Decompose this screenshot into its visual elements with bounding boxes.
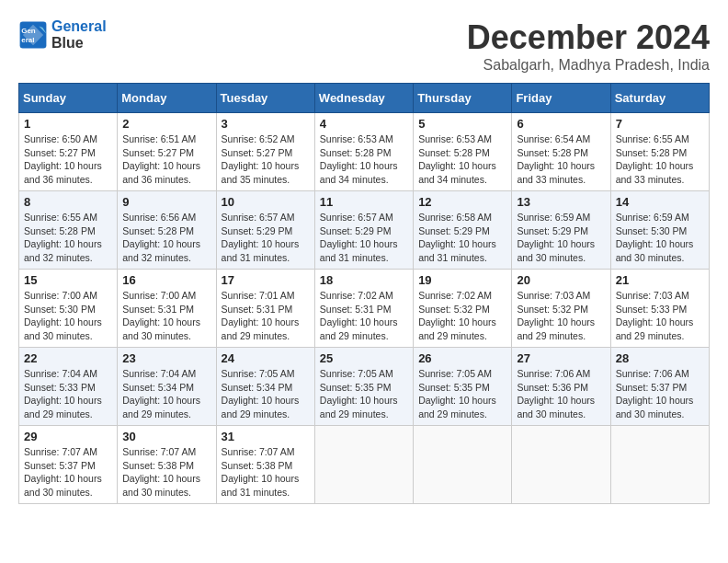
day-info: Sunrise: 7:04 AM Sunset: 5:33 PM Dayligh…	[24, 367, 112, 421]
day-cell: 24 Sunrise: 7:05 AM Sunset: 5:34 PM Dayl…	[216, 348, 314, 426]
day-info: Sunrise: 7:02 AM Sunset: 5:31 PM Dayligh…	[320, 289, 408, 343]
day-number: 13	[517, 195, 605, 209]
day-info: Sunrise: 7:05 AM Sunset: 5:35 PM Dayligh…	[418, 367, 506, 421]
day-number: 20	[517, 273, 605, 287]
header-cell-thursday: Thursday	[414, 84, 512, 113]
calendar-table: SundayMondayTuesdayWednesdayThursdayFrid…	[18, 83, 710, 504]
day-number: 17	[222, 273, 310, 287]
day-info: Sunrise: 7:00 AM Sunset: 5:31 PM Dayligh…	[122, 289, 210, 343]
day-info: Sunrise: 7:02 AM Sunset: 5:32 PM Dayligh…	[418, 289, 506, 343]
day-info: Sunrise: 7:00 AM Sunset: 5:30 PM Dayligh…	[24, 289, 112, 343]
svg-text:Gen: Gen	[21, 27, 36, 35]
day-number: 16	[122, 273, 210, 287]
day-number: 25	[320, 351, 408, 365]
day-number: 22	[24, 351, 112, 365]
day-cell: 19 Sunrise: 7:02 AM Sunset: 5:32 PM Dayl…	[414, 270, 512, 348]
day-number: 27	[517, 351, 605, 365]
header-cell-wednesday: Wednesday	[314, 84, 413, 113]
day-cell: 12 Sunrise: 6:58 AM Sunset: 5:29 PM Dayl…	[414, 191, 512, 270]
day-info: Sunrise: 6:54 AM Sunset: 5:28 PM Dayligh…	[517, 132, 605, 187]
day-number: 2	[122, 117, 210, 131]
day-info: Sunrise: 7:01 AM Sunset: 5:31 PM Dayligh…	[222, 289, 310, 343]
day-info: Sunrise: 7:06 AM Sunset: 5:36 PM Dayligh…	[517, 367, 605, 421]
day-cell: 2 Sunrise: 6:51 AM Sunset: 5:27 PM Dayli…	[118, 113, 216, 191]
header: Gen eral General Blue December 2024 Saba…	[18, 18, 710, 74]
day-number: 6	[517, 117, 605, 131]
day-info: Sunrise: 6:53 AM Sunset: 5:28 PM Dayligh…	[320, 132, 408, 187]
day-info: Sunrise: 6:57 AM Sunset: 5:29 PM Dayligh…	[222, 211, 310, 265]
day-cell: 4 Sunrise: 6:53 AM Sunset: 5:28 PM Dayli…	[314, 113, 413, 191]
day-cell: 10 Sunrise: 6:57 AM Sunset: 5:29 PM Dayl…	[216, 191, 314, 270]
day-number: 12	[418, 195, 506, 209]
day-info: Sunrise: 6:55 AM Sunset: 5:28 PM Dayligh…	[24, 211, 112, 265]
week-row-5: 29 Sunrise: 7:07 AM Sunset: 5:37 PM Dayl…	[19, 426, 710, 504]
header-cell-friday: Friday	[512, 84, 610, 113]
day-number: 26	[418, 351, 506, 365]
day-cell: 8 Sunrise: 6:55 AM Sunset: 5:28 PM Dayli…	[19, 191, 118, 270]
day-info: Sunrise: 7:03 AM Sunset: 5:32 PM Dayligh…	[517, 289, 605, 343]
day-number: 18	[320, 273, 408, 287]
location-title: Sabalgarh, Madhya Pradesh, India	[467, 57, 710, 74]
day-number: 30	[122, 430, 210, 443]
title-section: December 2024 Sabalgarh, Madhya Pradesh,…	[467, 18, 710, 74]
day-cell: 20 Sunrise: 7:03 AM Sunset: 5:32 PM Dayl…	[512, 270, 610, 348]
day-info: Sunrise: 6:57 AM Sunset: 5:29 PM Dayligh…	[320, 211, 408, 265]
day-number: 15	[24, 273, 112, 287]
svg-text:eral: eral	[21, 36, 34, 44]
day-info: Sunrise: 6:53 AM Sunset: 5:28 PM Dayligh…	[418, 132, 506, 187]
day-number: 3	[222, 117, 310, 131]
day-cell: 15 Sunrise: 7:00 AM Sunset: 5:30 PM Dayl…	[19, 270, 118, 348]
day-cell: 28 Sunrise: 7:06 AM Sunset: 5:37 PM Dayl…	[610, 348, 709, 426]
day-info: Sunrise: 7:07 AM Sunset: 5:37 PM Dayligh…	[24, 445, 112, 500]
day-info: Sunrise: 7:04 AM Sunset: 5:34 PM Dayligh…	[122, 367, 210, 421]
logo-icon: Gen eral	[18, 20, 48, 50]
day-info: Sunrise: 6:59 AM Sunset: 5:29 PM Dayligh…	[517, 211, 605, 265]
day-number: 23	[122, 351, 210, 365]
day-cell: 1 Sunrise: 6:50 AM Sunset: 5:27 PM Dayli…	[19, 113, 118, 191]
header-row: SundayMondayTuesdayWednesdayThursdayFrid…	[19, 84, 710, 113]
day-info: Sunrise: 6:58 AM Sunset: 5:29 PM Dayligh…	[418, 211, 506, 265]
day-number: 11	[320, 195, 408, 209]
day-number: 1	[24, 117, 112, 131]
day-info: Sunrise: 6:55 AM Sunset: 5:28 PM Dayligh…	[616, 132, 704, 187]
day-number: 29	[24, 430, 112, 443]
day-cell: 31 Sunrise: 7:07 AM Sunset: 5:38 PM Dayl…	[216, 426, 314, 504]
day-cell	[610, 426, 709, 504]
header-cell-tuesday: Tuesday	[216, 84, 314, 113]
day-cell	[512, 426, 610, 504]
day-cell: 5 Sunrise: 6:53 AM Sunset: 5:28 PM Dayli…	[414, 113, 512, 191]
day-info: Sunrise: 7:03 AM Sunset: 5:33 PM Dayligh…	[616, 289, 704, 343]
day-info: Sunrise: 7:07 AM Sunset: 5:38 PM Dayligh…	[122, 445, 210, 500]
day-info: Sunrise: 6:56 AM Sunset: 5:28 PM Dayligh…	[122, 211, 210, 265]
day-number: 24	[222, 351, 310, 365]
day-cell: 3 Sunrise: 6:52 AM Sunset: 5:27 PM Dayli…	[216, 113, 314, 191]
day-cell: 27 Sunrise: 7:06 AM Sunset: 5:36 PM Dayl…	[512, 348, 610, 426]
day-cell: 26 Sunrise: 7:05 AM Sunset: 5:35 PM Dayl…	[414, 348, 512, 426]
week-row-1: 1 Sunrise: 6:50 AM Sunset: 5:27 PM Dayli…	[19, 113, 710, 191]
logo: Gen eral General Blue	[18, 18, 107, 51]
day-info: Sunrise: 6:59 AM Sunset: 5:30 PM Dayligh…	[616, 211, 704, 265]
week-row-4: 22 Sunrise: 7:04 AM Sunset: 5:33 PM Dayl…	[19, 348, 710, 426]
day-cell: 22 Sunrise: 7:04 AM Sunset: 5:33 PM Dayl…	[19, 348, 118, 426]
day-number: 10	[222, 195, 310, 209]
day-cell: 16 Sunrise: 7:00 AM Sunset: 5:31 PM Dayl…	[118, 270, 216, 348]
logo-text: General Blue	[51, 18, 107, 51]
day-cell	[414, 426, 512, 504]
day-number: 8	[24, 195, 112, 209]
day-info: Sunrise: 6:51 AM Sunset: 5:27 PM Dayligh…	[122, 132, 210, 187]
day-cell: 7 Sunrise: 6:55 AM Sunset: 5:28 PM Dayli…	[610, 113, 709, 191]
day-number: 4	[320, 117, 408, 131]
day-number: 9	[122, 195, 210, 209]
day-info: Sunrise: 6:50 AM Sunset: 5:27 PM Dayligh…	[24, 132, 112, 187]
week-row-3: 15 Sunrise: 7:00 AM Sunset: 5:30 PM Dayl…	[19, 270, 710, 348]
day-info: Sunrise: 7:07 AM Sunset: 5:38 PM Dayligh…	[222, 445, 310, 500]
day-cell: 13 Sunrise: 6:59 AM Sunset: 5:29 PM Dayl…	[512, 191, 610, 270]
day-cell: 21 Sunrise: 7:03 AM Sunset: 5:33 PM Dayl…	[610, 270, 709, 348]
day-info: Sunrise: 6:52 AM Sunset: 5:27 PM Dayligh…	[222, 132, 310, 187]
day-number: 28	[616, 351, 704, 365]
day-number: 7	[616, 117, 704, 131]
day-cell: 14 Sunrise: 6:59 AM Sunset: 5:30 PM Dayl…	[610, 191, 709, 270]
day-number: 19	[418, 273, 506, 287]
day-cell: 23 Sunrise: 7:04 AM Sunset: 5:34 PM Dayl…	[118, 348, 216, 426]
day-cell: 17 Sunrise: 7:01 AM Sunset: 5:31 PM Dayl…	[216, 270, 314, 348]
